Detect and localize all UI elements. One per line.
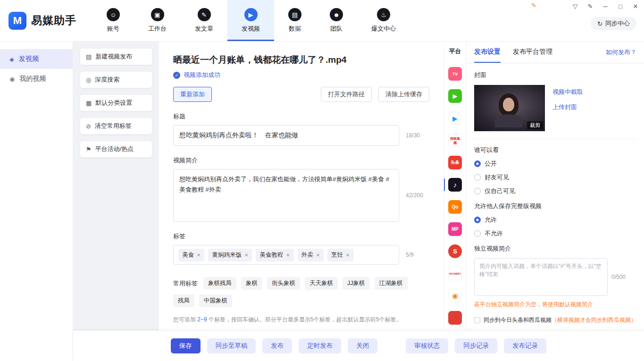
nav-item-publish-video[interactable]: ▶ 发视频 <box>227 0 274 41</box>
publish-records-button[interactable]: 发布记录 <box>504 338 546 353</box>
upload-cover-link[interactable]: 上传封面 <box>552 103 583 111</box>
title-input[interactable] <box>173 125 399 146</box>
close-button[interactable]: ✕ <box>632 3 639 10</box>
allow-save-option-allow[interactable]: 允许 <box>474 216 636 224</box>
platform-glyph: S <box>448 244 462 258</box>
remove-tag-icon[interactable]: ✕ <box>197 252 201 258</box>
platform-icon-qq[interactable]: Qo <box>448 200 462 214</box>
radio-icon <box>474 188 481 194</box>
save-button[interactable]: 保存 <box>171 338 201 353</box>
common-tag[interactable]: 象棋 <box>241 277 262 290</box>
nav-item-team[interactable]: ☻ 团队 <box>316 0 357 41</box>
send-icon: ◈ <box>9 56 14 63</box>
platform-strip-label: 平台 <box>449 47 461 56</box>
sync-center-button[interactable]: ↻ 同步中心 <box>591 17 636 30</box>
nav-item-publish-article[interactable]: ✎ 发文章 <box>181 0 227 41</box>
feedback-icon[interactable]: ✎ <box>586 3 594 10</box>
tags-input[interactable]: 美食✕ 黄焖鸡米饭✕ 美食教程✕ 外卖✕ 烹饪✕ <box>173 245 399 265</box>
platform-glyph: HUAWEI <box>448 267 462 280</box>
readd-video-button[interactable]: 重新添加 <box>173 87 212 102</box>
minimize-button[interactable]: ─ <box>602 3 609 10</box>
visibility-option-public[interactable]: 公开 <box>474 160 636 168</box>
tag-chip: 外卖✕ <box>298 249 324 261</box>
common-tag[interactable]: 街头象棋 <box>267 277 300 290</box>
publish-settings-panel: 发布设置 发布平台管理 如何发布？ 封面 裁剪 <box>466 42 644 330</box>
video-added-status[interactable]: 视频添加成功 <box>184 71 220 79</box>
platform-icon-huawei[interactable]: HUAWEI <box>448 267 462 280</box>
description-textarea[interactable] <box>173 169 399 222</box>
clear-common-tags-button[interactable]: ⊘ 清空常用标签 <box>80 118 152 134</box>
cover-thumbnail[interactable]: 裁剪 <box>474 85 545 131</box>
sync-records-button[interactable]: 同步记录 <box>455 338 497 353</box>
tab-platform-management[interactable]: 发布平台管理 <box>513 42 552 63</box>
account-icon: ☺ <box>107 8 120 21</box>
sync-toutiao-label: 同步到今日头条和西瓜视频（横屏视频才会同步到西瓜视频） <box>484 316 636 324</box>
platform-icon-douyin[interactable]: ♪ <box>448 178 462 192</box>
scheduled-publish-button[interactable]: 定时发布 <box>299 338 341 353</box>
platform-icon-pink[interactable]: TV <box>448 67 462 81</box>
sidebar-item-my-videos[interactable]: ◉ 我的视频 <box>0 69 73 89</box>
nav-item-data[interactable]: ▤ 数据 <box>274 0 316 41</box>
close-editor-button[interactable]: 关闭 <box>348 338 377 353</box>
logo-icon: M <box>8 12 26 30</box>
common-tag[interactable]: 中国象棋 <box>199 294 232 307</box>
platform-icon-sohu[interactable]: S <box>448 244 462 258</box>
radio-label: 允许 <box>485 216 497 224</box>
publish-button[interactable]: 发布 <box>262 338 292 353</box>
common-tag[interactable]: 天天象棋 <box>305 277 338 290</box>
new-video-publish-button[interactable]: ▤ 新建视频发布 <box>80 48 152 65</box>
clear-upload-cache-button[interactable]: 清除上传缓存 <box>378 87 429 102</box>
platform-icon-sohu-video[interactable]: 搜狐视频 <box>448 134 462 147</box>
crop-badge[interactable]: 裁剪 <box>527 121 543 129</box>
allow-save-option-deny[interactable]: 不允许 <box>474 229 636 238</box>
platform-glyph <box>448 311 462 325</box>
platform-activity-button[interactable]: ⚑ 平台活动/热点 <box>80 141 152 158</box>
common-tag[interactable]: JJ象棋 <box>343 277 370 290</box>
remove-tag-icon[interactable]: ✕ <box>346 252 350 258</box>
allow-save-label: 允许他人保存完整版视频 <box>474 202 636 210</box>
remove-tag-icon[interactable]: ✕ <box>244 252 248 258</box>
remove-tag-icon[interactable]: ✕ <box>286 252 290 258</box>
nav-item-workbench[interactable]: ▣ 工作台 <box>134 0 181 41</box>
nav-label: 数据 <box>289 25 301 33</box>
platform-icon-weibo[interactable]: ◉ <box>448 289 462 302</box>
how-to-publish-link[interactable]: 如何发布？ <box>606 42 636 63</box>
platform-icon-iqiyi[interactable]: ▶ <box>448 89 462 103</box>
nav-label: 发文章 <box>195 25 213 33</box>
workbench-icon: ▣ <box>151 8 164 21</box>
sidebar-item-publish-video[interactable]: ◈ 发视频 <box>0 49 73 69</box>
nav-item-account[interactable]: ☺ 账号 <box>92 0 134 41</box>
radio-label: 不允许 <box>485 229 503 238</box>
independent-desc-textarea[interactable] <box>474 258 608 296</box>
tab-publish-settings[interactable]: 发布设置 <box>474 42 501 63</box>
deep-search-button[interactable]: ◎ 深度搜索 <box>80 71 152 88</box>
app-logo: M 易媒助手 <box>0 0 89 41</box>
open-file-path-button[interactable]: 打开文件路径 <box>321 87 372 102</box>
default-category-settings-button[interactable]: ▦ 默认分类设置 <box>80 94 152 111</box>
maximize-button[interactable]: □ <box>617 3 624 10</box>
tools-column: ▤ 新建视频发布 ◎ 深度搜索 ▦ 默认分类设置 ⊘ 清空常用标签 <box>73 42 159 330</box>
platform-icon-haokan[interactable]: ▶ <box>448 111 462 125</box>
remove-tag-icon[interactable]: ✕ <box>316 252 320 258</box>
visibility-option-friends[interactable]: 好友可见 <box>474 173 636 182</box>
tag-chip: 烹饪✕ <box>327 249 353 261</box>
review-status-button[interactable]: 审核状态 <box>406 338 448 353</box>
sync-to-draft-button[interactable]: 同步至草稿 <box>207 338 256 353</box>
tool-label: 清空常用标签 <box>95 122 132 130</box>
independent-desc-note: 若平台独立视频简介为空，将使用默认视频简介 <box>474 301 636 309</box>
nav-item-hot-center[interactable]: ♨ 爆文中心 <box>357 0 410 41</box>
common-tag[interactable]: 象棋残局 <box>203 277 236 290</box>
video-filename: 晒最近一个月账单，钱都花在哪儿了？.mp4 <box>173 54 429 66</box>
filter-icon[interactable]: ▽ <box>571 3 579 10</box>
app-title: 易媒助手 <box>31 13 76 28</box>
common-tag[interactable]: 江湖象棋 <box>375 277 408 290</box>
platform-icon-partial[interactable] <box>448 311 462 325</box>
sync-toutiao-checkbox[interactable] <box>474 317 480 323</box>
capture-from-video-link[interactable]: 视频中截取 <box>552 88 583 96</box>
common-tag[interactable]: 残局 <box>173 294 194 307</box>
grid-icon: ▦ <box>86 100 92 107</box>
platform-icon-toutiao[interactable]: 头条 <box>448 156 462 169</box>
sidebar-item-label: 发视频 <box>19 55 39 63</box>
visibility-option-private[interactable]: 仅自己可见 <box>474 187 636 195</box>
platform-icon-mp[interactable]: MP <box>448 222 462 236</box>
